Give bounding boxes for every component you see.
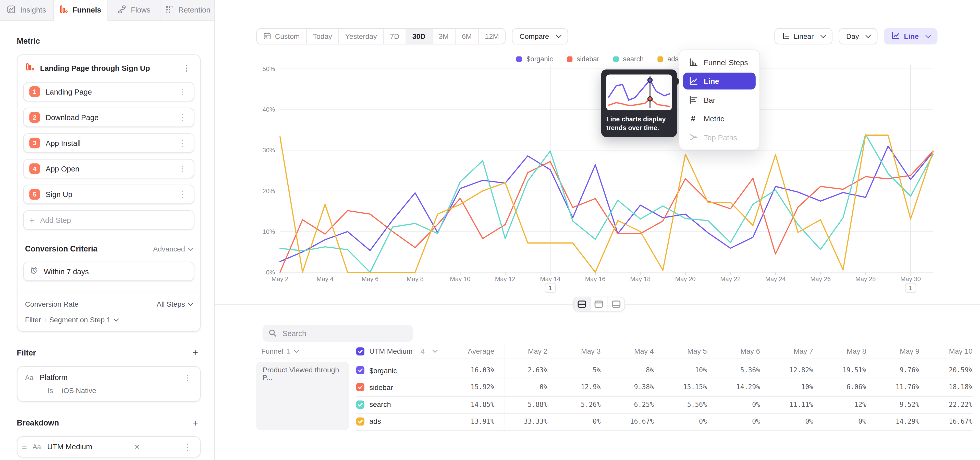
row-checkbox-organic[interactable] bbox=[356, 366, 364, 374]
value-cell: 0% bbox=[813, 413, 866, 430]
funnel-step-sign-up[interactable]: 5Sign Up⋮ bbox=[23, 185, 194, 204]
value-cell: 18.18% bbox=[919, 379, 972, 396]
tab-retention[interactable]: Retention bbox=[161, 0, 215, 21]
table-row-sidebar[interactable]: sidebar bbox=[356, 379, 393, 396]
chart-view-toggle[interactable] bbox=[590, 297, 608, 311]
kebab-icon[interactable]: ⋮ bbox=[182, 443, 194, 451]
scale-dropdown[interactable]: Linear bbox=[774, 28, 832, 45]
row-checkbox-sidebar[interactable] bbox=[356, 383, 364, 391]
chart-controls: Linear Day Line bbox=[774, 28, 937, 45]
kebab-icon[interactable]: ⋮ bbox=[182, 373, 194, 382]
remove-breakdown-button[interactable]: ✕ bbox=[132, 443, 142, 451]
step-number-badge: 2 bbox=[29, 112, 40, 123]
chart-type-dropdown[interactable]: Line bbox=[884, 28, 938, 45]
row-group-cell[interactable]: Product Viewed through P... bbox=[256, 362, 348, 430]
kebab-icon[interactable]: ⋮ bbox=[181, 64, 192, 72]
column-header-may-2: May 2 bbox=[494, 343, 547, 359]
chevron-down-icon bbox=[293, 348, 299, 353]
kebab-icon[interactable]: ⋮ bbox=[177, 165, 188, 173]
menu-item-metric[interactable]: #Metric bbox=[683, 110, 756, 127]
plus-icon: + bbox=[29, 216, 35, 224]
range-yesterday[interactable]: Yesterday bbox=[339, 29, 384, 44]
funnel-step-app-install[interactable]: 3App Install⋮ bbox=[23, 133, 194, 153]
menu-item-bar[interactable]: Bar bbox=[683, 91, 756, 109]
funnel-step-app-open[interactable]: 4App Open⋮ bbox=[23, 159, 194, 178]
conversion-window-button[interactable]: Within 7 days bbox=[23, 262, 194, 281]
table-view-toggle[interactable] bbox=[608, 297, 624, 311]
step-label: App Install bbox=[46, 139, 171, 147]
line-chart-icon bbox=[891, 31, 900, 41]
menu-item-funnel-steps[interactable]: Funnel Steps bbox=[683, 54, 756, 71]
tab-insights[interactable]: Insights bbox=[0, 0, 54, 21]
series-line-organic bbox=[280, 146, 933, 262]
tab-funnels[interactable]: Funnels bbox=[54, 0, 108, 21]
row-checkbox-ads[interactable] bbox=[356, 417, 364, 425]
series-line-sidebar bbox=[280, 151, 933, 272]
funnel-step-landing-page[interactable]: 1Landing Page⋮ bbox=[23, 82, 194, 101]
value-cell: 22.22% bbox=[919, 396, 972, 413]
add-breakdown-button[interactable]: + bbox=[190, 418, 200, 428]
range-6m[interactable]: 6M bbox=[455, 29, 479, 44]
all-steps-dropdown[interactable]: All Steps bbox=[157, 300, 192, 308]
legend-organic[interactable]: $organic bbox=[517, 55, 553, 62]
menu-item-line[interactable]: Line bbox=[683, 73, 756, 89]
search-input[interactable] bbox=[281, 328, 407, 338]
value-cell: 12.82% bbox=[760, 362, 813, 379]
advanced-dropdown[interactable]: Advanced bbox=[153, 245, 192, 253]
tab-bar: Insights Funnels Flows Retention bbox=[0, 0, 215, 21]
annotation-badge-label: 1 bbox=[909, 285, 912, 291]
kebab-icon[interactable]: ⋮ bbox=[177, 139, 188, 147]
table-row-organic[interactable]: $organic bbox=[356, 362, 397, 379]
add-step-button[interactable]: + Add Step bbox=[23, 210, 194, 230]
tab-insights-label: Insights bbox=[20, 6, 46, 14]
split-view-toggle[interactable] bbox=[574, 297, 590, 311]
range-12m[interactable]: 12M bbox=[479, 29, 505, 44]
y-tick-label: 20% bbox=[262, 188, 275, 195]
legend-sidebar[interactable]: sidebar bbox=[566, 55, 599, 62]
legend-search[interactable]: search bbox=[613, 55, 644, 62]
breakdown-column-dropdown[interactable]: UTM Medium4 bbox=[356, 343, 437, 359]
funnel-step-download-page[interactable]: 2Download Page⋮ bbox=[23, 108, 194, 127]
range-custom[interactable]: Custom bbox=[257, 29, 307, 44]
range-7d[interactable]: 7D bbox=[384, 29, 406, 44]
range-30d[interactable]: 30D bbox=[406, 29, 432, 44]
x-tick-label: May 2 bbox=[272, 275, 289, 283]
value-cell: 0% bbox=[654, 413, 707, 430]
table-row-ads[interactable]: ads bbox=[356, 413, 381, 430]
table-row-search[interactable]: search bbox=[356, 396, 391, 413]
select-all-checkbox[interactable] bbox=[356, 347, 364, 355]
legend-label: sidebar bbox=[577, 55, 599, 62]
annotation-badge-label: 1 bbox=[549, 285, 552, 291]
kebab-icon[interactable]: ⋮ bbox=[177, 113, 188, 121]
funnel-column-dropdown[interactable]: Funnel1 bbox=[261, 343, 298, 359]
value-cell: 14.85% bbox=[441, 396, 494, 413]
granularity-dropdown[interactable]: Day bbox=[838, 28, 878, 45]
funnel-steps: 1Landing Page⋮2Download Page⋮3App Instal… bbox=[23, 82, 194, 204]
kebab-icon[interactable]: ⋮ bbox=[177, 88, 188, 96]
range-3m[interactable]: 3M bbox=[432, 29, 455, 44]
value-cell: 12.9% bbox=[547, 379, 600, 396]
tab-flows[interactable]: Flows bbox=[107, 0, 161, 21]
funnel-steps-icon bbox=[688, 58, 698, 67]
value-cell: 9.38% bbox=[600, 379, 654, 396]
chevron-down-icon bbox=[925, 33, 931, 38]
kebab-icon[interactable]: ⋮ bbox=[177, 190, 188, 198]
header-border bbox=[256, 359, 973, 359]
filter-segment-dropdown[interactable]: Filter + Segment on Step 1 bbox=[23, 316, 194, 324]
add-filter-button[interactable]: + bbox=[190, 348, 200, 358]
range-today[interactable]: Today bbox=[307, 29, 339, 44]
value-cell: 9.52% bbox=[866, 396, 919, 413]
value-cell: 6.25% bbox=[600, 396, 654, 413]
legend-ads[interactable]: ads bbox=[657, 55, 679, 62]
filter-condition[interactable]: Is iOS Native bbox=[25, 382, 194, 395]
funnel-metric-header[interactable]: Landing Page through Sign Up ⋮ bbox=[23, 61, 194, 76]
chart-type-menu: Funnel StepsLineBar#MetricTop Paths bbox=[679, 50, 760, 150]
filter-property-row[interactable]: Aa Platform ⋮ bbox=[25, 373, 194, 382]
column-header-may-8: May 8 bbox=[813, 343, 866, 359]
compare-button[interactable]: Compare bbox=[512, 28, 568, 45]
row-checkbox-search[interactable] bbox=[356, 400, 364, 408]
value-cell: 15.92% bbox=[441, 379, 494, 396]
x-tick-label: May 30 bbox=[900, 275, 921, 283]
drag-handle-icon[interactable]: ☰ bbox=[22, 444, 26, 450]
x-tick-label: May 20 bbox=[675, 275, 695, 283]
